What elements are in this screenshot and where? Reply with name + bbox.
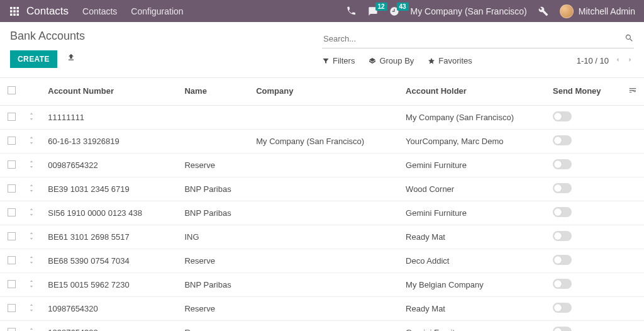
row-checkbox[interactable] — [8, 328, 16, 332]
table-row[interactable]: BE39 1031 2345 6719BNP ParibasWood Corne… — [0, 177, 644, 201]
send-money-toggle[interactable] — [553, 135, 572, 145]
table-row[interactable]: BE61 3101 2698 5517INGReady Mat — [0, 225, 644, 249]
search-input[interactable] — [322, 31, 625, 46]
drag-handle-icon[interactable] — [28, 208, 35, 218]
row-checkbox[interactable] — [8, 184, 16, 193]
cell-name: BNP Paribas — [179, 201, 251, 225]
messages-icon[interactable]: 12 — [368, 6, 378, 16]
nav-configuration[interactable]: Configuration — [131, 6, 183, 16]
drag-handle-icon[interactable] — [28, 160, 35, 170]
svg-rect-6 — [10, 13, 13, 16]
row-checkbox[interactable] — [8, 137, 16, 145]
table-row[interactable]: 60-16-13 31926819My Company (San Francis… — [0, 130, 644, 154]
cell-account-number: BE15 0015 5962 7230 — [43, 273, 179, 297]
funnel-icon — [322, 57, 330, 65]
cell-name — [179, 130, 251, 154]
drag-handle-icon[interactable] — [28, 280, 35, 289]
drag-handle-icon[interactable] — [28, 137, 35, 146]
select-all-checkbox[interactable] — [8, 86, 16, 94]
row-checkbox[interactable] — [8, 160, 16, 169]
col-company[interactable]: Company — [251, 78, 401, 106]
table-row[interactable]: SI56 1910 0000 0123 438BNP ParibasGemini… — [0, 201, 644, 225]
row-checkbox[interactable] — [8, 208, 16, 216]
layers-icon — [369, 57, 376, 65]
svg-rect-7 — [13, 13, 16, 16]
user-menu[interactable]: Mitchell Admin — [560, 4, 635, 18]
drag-handle-icon[interactable] — [28, 232, 35, 242]
table-row[interactable]: 10987654320ReserveReady Mat — [0, 297, 644, 321]
groupby-button[interactable]: Group By — [369, 56, 414, 65]
send-money-toggle[interactable] — [553, 255, 572, 265]
cell-send-money — [550, 130, 622, 154]
favorites-button[interactable]: Favorites — [428, 56, 472, 65]
row-checkbox[interactable] — [8, 113, 16, 121]
activities-badge: 43 — [397, 3, 409, 11]
company-switcher[interactable]: My Company (San Francisco) — [411, 6, 527, 16]
activities-icon[interactable]: 43 — [389, 6, 399, 16]
cell-name: BNP Paribas — [179, 177, 251, 201]
cell-send-money — [550, 225, 622, 249]
voip-icon[interactable] — [347, 6, 357, 16]
filters-button[interactable]: Filters — [322, 56, 355, 65]
pager: 1-10 / 10 — [577, 56, 634, 65]
row-checkbox[interactable] — [8, 256, 16, 264]
cell-name: Reserve — [179, 249, 251, 273]
drag-handle-icon[interactable] — [28, 184, 35, 194]
table-row[interactable]: 11111111My Company (San Francisco) — [0, 106, 644, 130]
create-button[interactable]: CREATE — [10, 50, 57, 68]
cell-send-money — [550, 321, 622, 332]
debug-icon[interactable] — [538, 6, 548, 16]
apps-icon[interactable] — [9, 7, 20, 16]
cell-company — [251, 106, 401, 130]
table-row[interactable]: BE68 5390 0754 7034ReserveDeco Addict — [0, 249, 644, 273]
cell-send-money — [550, 297, 622, 321]
send-money-toggle[interactable] — [553, 279, 572, 289]
cell-send-money — [550, 273, 622, 297]
send-money-toggle[interactable] — [553, 183, 572, 193]
cell-company — [251, 297, 401, 321]
row-checkbox[interactable] — [8, 232, 16, 240]
table-row[interactable]: 00987654322ReserveGemini Furniture — [0, 154, 644, 177]
app-brand[interactable]: Contacts — [26, 5, 69, 18]
drag-handle-icon[interactable] — [28, 256, 35, 266]
cell-account-number: 10987654322 — [43, 321, 179, 332]
pager-prev[interactable] — [614, 56, 621, 65]
col-account-holder[interactable]: Account Holder — [401, 78, 550, 106]
table-row[interactable]: 10987654322ReserveGemini Furniture — [0, 321, 644, 332]
drag-handle-icon[interactable] — [28, 328, 35, 331]
send-money-toggle[interactable] — [553, 111, 572, 121]
search-icon[interactable] — [625, 33, 634, 45]
cell-company — [251, 321, 401, 332]
cell-name: BNP Paribas — [179, 273, 251, 297]
cell-account-number: 10987654320 — [43, 297, 179, 321]
row-checkbox[interactable] — [8, 280, 16, 288]
cell-account-number: SI56 1910 0000 0123 438 — [43, 201, 179, 225]
col-account-number[interactable]: Account Number — [43, 78, 179, 106]
drag-handle-icon[interactable] — [28, 113, 35, 122]
col-send-money[interactable]: Send Money — [550, 78, 622, 106]
user-name: Mitchell Admin — [579, 6, 635, 16]
send-money-toggle[interactable] — [553, 327, 572, 331]
cell-account-holder: Ready Mat — [401, 297, 550, 321]
send-money-toggle[interactable] — [553, 207, 572, 217]
topbar: Contacts Contacts Configuration 12 43 My… — [0, 0, 644, 22]
cell-account-number: 11111111 — [43, 106, 179, 130]
pager-next[interactable] — [626, 56, 634, 65]
import-button[interactable] — [67, 53, 75, 64]
send-money-toggle[interactable] — [553, 159, 572, 169]
cell-name: Reserve — [179, 321, 251, 332]
send-money-toggle[interactable] — [553, 231, 572, 241]
nav-contacts[interactable]: Contacts — [82, 6, 117, 16]
row-checkbox[interactable] — [8, 304, 16, 312]
cell-send-money — [550, 249, 622, 273]
search-bar — [322, 30, 634, 48]
drag-handle-icon[interactable] — [28, 304, 35, 313]
cell-name: ING — [179, 225, 251, 249]
col-name[interactable]: Name — [179, 78, 251, 106]
svg-rect-0 — [10, 7, 13, 9]
send-money-toggle[interactable] — [553, 303, 572, 313]
table-row[interactable]: BE15 0015 5962 7230BNP ParibasMy Belgian… — [0, 273, 644, 297]
optional-columns-icon[interactable] — [628, 87, 637, 96]
svg-rect-4 — [13, 10, 16, 13]
pager-range[interactable]: 1-10 / 10 — [577, 56, 609, 65]
